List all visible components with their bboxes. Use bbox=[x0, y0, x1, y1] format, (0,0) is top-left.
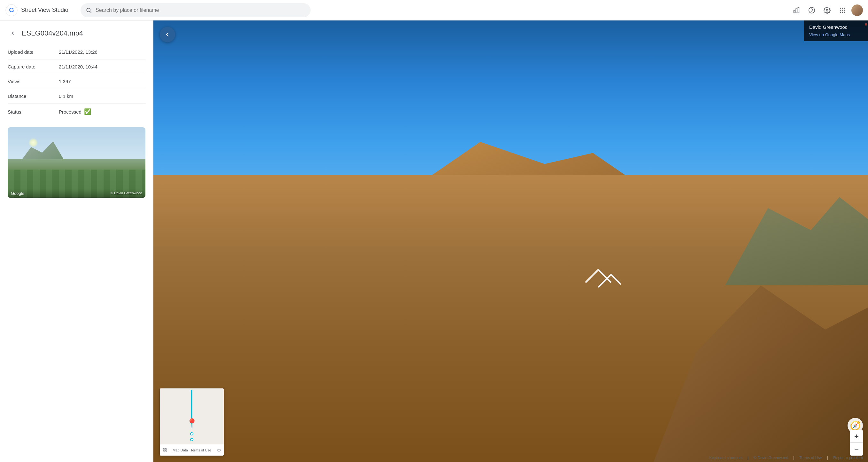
mini-map-settings-icon[interactable]: ⚙ bbox=[217, 447, 221, 453]
svg-rect-4 bbox=[794, 10, 795, 13]
grid-icon bbox=[162, 448, 167, 453]
svg-point-2 bbox=[87, 8, 90, 11]
settings-icon bbox=[824, 7, 831, 14]
search-input[interactable] bbox=[96, 7, 306, 13]
thumbnail-copyright: © David Greenwood bbox=[111, 191, 142, 196]
mini-map-bg: 📍 bbox=[160, 388, 224, 444]
upload-date-label: Upload date bbox=[8, 45, 59, 59]
main-layout: ESLG004v204.mp4 Upload date 21/11/2022, … bbox=[0, 21, 868, 462]
thumb-overlay: Google © David Greenwood bbox=[8, 189, 146, 198]
view-on-google-maps-link[interactable]: View on Google Maps bbox=[809, 32, 850, 37]
distance-label: Distance bbox=[8, 89, 59, 104]
status-text: Processed bbox=[59, 109, 82, 115]
google-logo-icon: G bbox=[5, 4, 18, 17]
separator-2: | bbox=[793, 456, 794, 460]
search-bar[interactable] bbox=[81, 3, 311, 17]
nav-arrows-svg bbox=[582, 263, 621, 289]
thumbnail-branding: Google bbox=[11, 191, 24, 196]
keyboard-shortcuts-link[interactable]: Keyboard shortcuts bbox=[710, 456, 742, 460]
mini-map: 📍 Map Data Terms of bbox=[160, 388, 224, 456]
sidebar: ESLG004v204.mp4 Upload date 21/11/2022, … bbox=[0, 21, 153, 462]
svg-point-17 bbox=[842, 11, 843, 13]
pano-nav-arrows bbox=[582, 263, 621, 290]
svg-point-10 bbox=[840, 7, 841, 9]
user-card: David Greenwood View on Google Maps 📍 bbox=[804, 21, 868, 41]
status-row: Processed ✅ bbox=[59, 108, 146, 115]
stats-button[interactable] bbox=[790, 4, 803, 17]
map-data-link[interactable]: Map Data bbox=[173, 448, 188, 452]
pano-back-arrow-icon bbox=[164, 31, 171, 38]
upload-date-value: 21/11/2022, 13:26 bbox=[59, 45, 146, 59]
file-title: ESLG004v204.mp4 bbox=[22, 29, 83, 37]
svg-rect-19 bbox=[163, 448, 164, 450]
logo-area: G Street View Studio bbox=[5, 4, 75, 17]
svg-point-8 bbox=[812, 11, 812, 12]
svg-rect-5 bbox=[796, 9, 797, 13]
pin-icon: 📍 bbox=[863, 23, 868, 28]
views-value: 1,397 bbox=[59, 74, 146, 89]
svg-rect-20 bbox=[165, 448, 166, 450]
mini-map-dot-1 bbox=[190, 432, 193, 435]
mini-map-pin: 📍 bbox=[186, 419, 198, 428]
zoom-in-button[interactable]: + bbox=[850, 430, 863, 443]
mini-map-footer-text: Map Data Terms of Use bbox=[173, 448, 211, 452]
mini-map-footer-icons bbox=[162, 448, 167, 453]
compass-needle-icon: 🧭 bbox=[850, 421, 861, 431]
back-arrow-icon bbox=[10, 30, 16, 36]
stats-icon bbox=[793, 7, 800, 14]
svg-text:G: G bbox=[9, 6, 14, 13]
capture-date-label: Capture date bbox=[8, 59, 59, 74]
panorama-background[interactable]: David Greenwood View on Google Maps 📍 📍 bbox=[153, 21, 868, 462]
report-problem-link[interactable]: Report a problem bbox=[833, 456, 863, 460]
svg-point-15 bbox=[844, 9, 845, 11]
sidebar-header: ESLG004v204.mp4 bbox=[8, 28, 146, 38]
metadata-row-distance: Distance 0.1 km bbox=[8, 89, 146, 104]
svg-point-12 bbox=[844, 7, 845, 9]
mini-map-dots bbox=[190, 432, 193, 441]
thumb-sun bbox=[28, 138, 38, 147]
separator-3: | bbox=[827, 456, 828, 460]
svg-point-16 bbox=[840, 11, 841, 13]
header-actions bbox=[790, 4, 863, 17]
apps-icon bbox=[839, 7, 846, 14]
app-title: Street View Studio bbox=[21, 7, 68, 13]
settings-button[interactable] bbox=[821, 4, 834, 17]
terms-of-use-link[interactable]: Terms of Use bbox=[190, 448, 211, 452]
status-value: Processed ✅ bbox=[59, 104, 146, 120]
thumbnail-container[interactable]: Google © David Greenwood bbox=[8, 127, 146, 198]
svg-point-18 bbox=[844, 11, 845, 13]
svg-rect-6 bbox=[798, 7, 799, 13]
mini-map-footer: Map Data Terms of Use ⚙ bbox=[160, 444, 224, 456]
separator-1: | bbox=[747, 456, 748, 460]
metadata-row-status: Status Processed ✅ bbox=[8, 104, 146, 120]
apps-button[interactable] bbox=[836, 4, 849, 17]
views-label: Views bbox=[8, 74, 59, 89]
distance-value: 0.1 km bbox=[59, 89, 146, 104]
svg-point-13 bbox=[840, 9, 841, 11]
svg-line-3 bbox=[90, 11, 91, 12]
svg-rect-22 bbox=[165, 451, 166, 452]
help-button[interactable] bbox=[805, 4, 818, 17]
copyright-link: © David Greenwood bbox=[753, 456, 788, 460]
thumbnail-scene: Google © David Greenwood bbox=[8, 127, 146, 198]
header: G Street View Studio bbox=[0, 0, 868, 21]
svg-rect-21 bbox=[163, 451, 164, 452]
metadata-row-capture: Capture date 21/11/2020, 10:44 bbox=[8, 59, 146, 74]
avatar[interactable] bbox=[851, 4, 863, 16]
terms-link[interactable]: Terms of Use bbox=[799, 456, 822, 460]
search-icon bbox=[86, 7, 92, 13]
status-label: Status bbox=[8, 104, 59, 120]
svg-point-11 bbox=[842, 7, 843, 9]
panorama-back-button[interactable] bbox=[160, 27, 175, 42]
status-check-icon: ✅ bbox=[84, 108, 91, 115]
svg-point-9 bbox=[826, 9, 828, 11]
panorama-bottom-bar: Keyboard shortcuts | © David Greenwood |… bbox=[704, 454, 868, 462]
metadata-row-upload: Upload date 21/11/2022, 13:26 bbox=[8, 45, 146, 59]
help-icon bbox=[808, 7, 815, 14]
metadata-row-views: Views 1,397 bbox=[8, 74, 146, 89]
zoom-controls: + − bbox=[850, 430, 863, 456]
user-card-name: David Greenwood bbox=[809, 24, 863, 30]
back-button[interactable] bbox=[8, 28, 18, 38]
svg-point-14 bbox=[842, 9, 843, 11]
map-view: David Greenwood View on Google Maps 📍 📍 bbox=[153, 21, 868, 462]
